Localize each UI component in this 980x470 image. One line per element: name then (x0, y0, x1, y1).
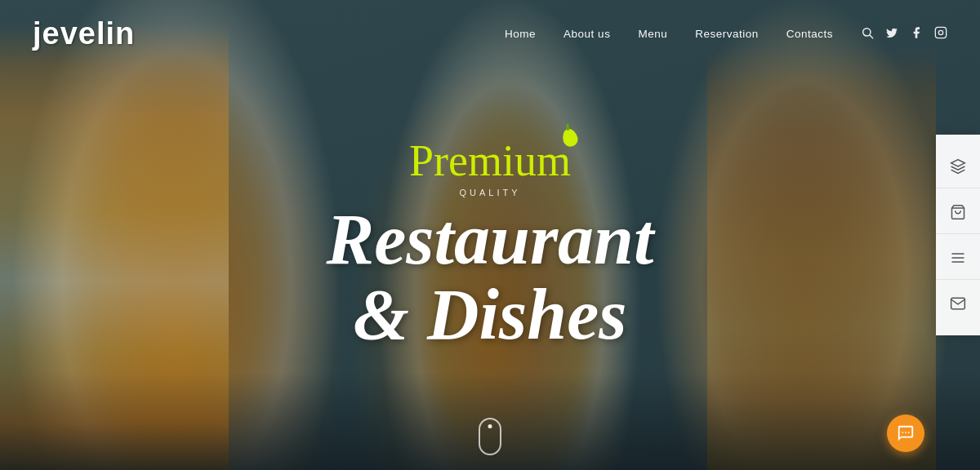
nav-reservation[interactable]: Reservation (684, 23, 770, 45)
hero-content: Premium QUALITY Restaurant & Dishes (204, 139, 776, 353)
svg-line-1 (870, 35, 873, 38)
nav-contacts[interactable]: Contacts (775, 23, 844, 45)
svg-point-10 (902, 432, 903, 433)
svg-point-3 (938, 30, 942, 34)
chat-icon (897, 424, 915, 442)
scroll-dot (488, 424, 492, 428)
sidebar-layers-btn[interactable] (936, 144, 980, 188)
chat-button[interactable] (887, 415, 924, 452)
svg-rect-2 (935, 27, 946, 38)
scroll-oval (479, 418, 501, 455)
nav-menu[interactable]: Menu (626, 23, 679, 45)
twitter-icon[interactable] (885, 26, 898, 42)
sidebar-bag-btn[interactable] (936, 190, 980, 234)
nav-about[interactable]: About us (552, 23, 621, 45)
premium-text: Premium (409, 139, 571, 183)
instagram-icon[interactable] (934, 26, 947, 42)
logo[interactable]: jevelin (33, 16, 135, 51)
navbar: jevelin Home About us Menu Reservation C… (0, 0, 980, 68)
nav-home[interactable]: Home (493, 23, 547, 45)
sidebar-align-btn[interactable] (936, 236, 980, 280)
facebook-icon[interactable] (910, 26, 923, 42)
svg-point-12 (908, 432, 910, 433)
svg-marker-5 (951, 159, 965, 166)
sidebar-panel (936, 135, 980, 335)
nav-icons (861, 26, 947, 42)
hero-title: Restaurant & Dishes (204, 202, 776, 353)
svg-point-4 (943, 29, 944, 30)
search-icon[interactable] (861, 26, 874, 42)
nav-links: Home About us Menu Reservation Contacts (493, 23, 844, 45)
quality-label: QUALITY (204, 188, 776, 197)
svg-point-11 (905, 432, 906, 433)
nav-right: Home About us Menu Reservation Contacts (493, 23, 947, 45)
scroll-indicator[interactable] (479, 418, 501, 455)
sidebar-mail-btn[interactable] (936, 282, 980, 326)
